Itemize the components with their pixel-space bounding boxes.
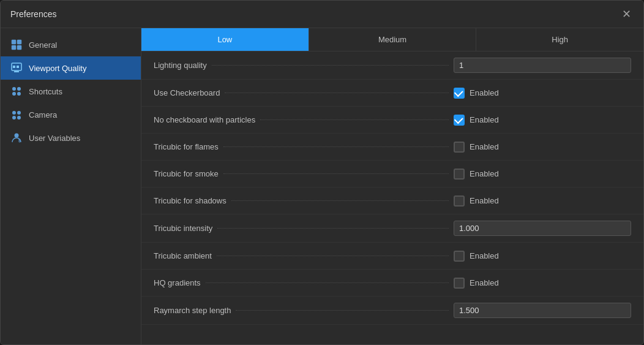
sidebar-item-label-uservars: User Variables <box>29 134 80 143</box>
setting-label-tricubic-intensity: Tricubic intensity <box>154 224 454 233</box>
tab-low[interactable]: Low <box>141 28 309 51</box>
sidebar-item-general[interactable]: General <box>1 33 141 56</box>
svg-rect-3 <box>17 45 21 50</box>
setting-label-hq-gradients: HQ gradients <box>154 278 454 287</box>
setting-row-lighting-quality: Lighting quality <box>141 51 643 80</box>
setting-row-tricubic-ambient: Tricubic ambientEnabled <box>141 243 643 270</box>
sidebar-item-shortcuts[interactable]: Shortcuts <box>1 80 141 103</box>
input-tricubic-intensity[interactable] <box>454 221 631 236</box>
svg-rect-1 <box>17 40 21 44</box>
checkbox-tricubic-flames[interactable] <box>454 142 465 153</box>
svg-rect-0 <box>12 40 16 44</box>
setting-label-tricubic-smoke: Tricubic for smoke <box>154 169 454 178</box>
svg-point-15 <box>17 116 21 119</box>
close-button[interactable]: ✕ <box>619 7 634 21</box>
setting-label-lighting-quality: Lighting quality <box>154 61 454 70</box>
sidebar-item-label-shortcuts: Shortcuts <box>29 87 62 96</box>
svg-point-12 <box>12 111 16 115</box>
svg-point-8 <box>12 87 16 91</box>
title-bar: Preferences ✕ <box>1 1 643 28</box>
setting-control-tricubic-intensity <box>454 221 631 236</box>
tab-medium[interactable]: Medium <box>309 28 477 51</box>
sidebar-item-camera[interactable]: Camera <box>1 103 141 126</box>
checkbox-tricubic-shadows[interactable] <box>454 195 465 207</box>
tabs-row: Low Medium High <box>141 28 643 51</box>
user-variables-icon: $ <box>10 132 23 144</box>
setting-control-raymarch-step-length <box>454 303 631 318</box>
setting-row-no-checkboard-particles: No checkboard with particlesEnabled <box>141 107 643 134</box>
setting-row-tricubic-flames: Tricubic for flamesEnabled <box>141 134 643 161</box>
enabled-label-tricubic-smoke: Enabled <box>470 169 499 178</box>
setting-row-tricubic-shadows: Tricubic for shadowsEnabled <box>141 188 643 214</box>
viewport-quality-icon <box>10 62 23 74</box>
svg-rect-2 <box>12 45 16 50</box>
svg-rect-7 <box>17 66 19 68</box>
svg-text:$: $ <box>18 138 21 143</box>
setting-row-tricubic-intensity: Tricubic intensity <box>141 214 643 243</box>
settings-list: Lighting qualityUse CheckerboardEnabledN… <box>141 51 643 344</box>
sidebar-item-label-viewport: Viewport Quality <box>29 64 86 73</box>
enabled-label-hq-gradients: Enabled <box>470 278 499 287</box>
tab-high[interactable]: High <box>476 28 643 51</box>
checkbox-tricubic-smoke[interactable] <box>454 169 465 180</box>
content-area: General Viewport Quality <box>1 28 643 344</box>
svg-rect-6 <box>13 66 15 68</box>
svg-rect-5 <box>14 71 19 72</box>
enabled-label-tricubic-ambient: Enabled <box>470 251 499 260</box>
svg-point-14 <box>17 111 21 115</box>
input-raymarch-step-length[interactable] <box>454 303 631 318</box>
checkbox-hq-gradients[interactable] <box>454 278 465 289</box>
sidebar: General Viewport Quality <box>1 28 141 344</box>
setting-label-no-checkboard-particles: No checkboard with particles <box>154 115 454 124</box>
setting-control-use-checkerboard: Enabled <box>454 88 631 99</box>
setting-label-use-checkerboard: Use Checkerboard <box>154 88 454 97</box>
svg-point-13 <box>12 116 16 119</box>
svg-point-9 <box>17 87 21 91</box>
sidebar-item-viewport-quality[interactable]: Viewport Quality <box>1 56 141 80</box>
svg-point-10 <box>12 92 16 96</box>
setting-row-use-checkerboard: Use CheckerboardEnabled <box>141 80 643 107</box>
enabled-label-tricubic-flames: Enabled <box>470 142 499 151</box>
checkbox-use-checkerboard[interactable] <box>454 88 465 99</box>
setting-row-tricubic-smoke: Tricubic for smokeEnabled <box>141 161 643 188</box>
setting-control-tricubic-shadows: Enabled <box>454 195 631 207</box>
general-icon <box>10 39 23 51</box>
sidebar-item-user-variables[interactable]: $ User Variables <box>1 126 141 150</box>
input-lighting-quality[interactable] <box>454 58 631 73</box>
checkbox-no-checkboard-particles[interactable] <box>454 115 465 126</box>
setting-row-hq-gradients: HQ gradientsEnabled <box>141 270 643 297</box>
setting-control-tricubic-flames: Enabled <box>454 142 631 153</box>
sidebar-item-label-camera: Camera <box>29 110 57 119</box>
svg-point-11 <box>17 92 21 96</box>
enabled-label-use-checkerboard: Enabled <box>470 88 499 97</box>
setting-label-tricubic-flames: Tricubic for flames <box>154 142 454 151</box>
setting-control-lighting-quality <box>454 58 631 73</box>
setting-label-raymarch-step-length: Raymarch step length <box>154 306 454 315</box>
main-panel: Low Medium High Lighting qualityUse Chec… <box>141 28 643 344</box>
setting-row-raymarch-step-length: Raymarch step length <box>141 297 643 325</box>
dialog-title: Preferences <box>10 9 56 19</box>
setting-control-hq-gradients: Enabled <box>454 278 631 289</box>
shortcuts-icon <box>10 85 23 97</box>
setting-control-tricubic-smoke: Enabled <box>454 169 631 180</box>
setting-control-tricubic-ambient: Enabled <box>454 251 631 262</box>
setting-label-tricubic-ambient: Tricubic ambient <box>154 251 454 260</box>
camera-icon <box>10 108 23 121</box>
setting-control-no-checkboard-particles: Enabled <box>454 115 631 126</box>
enabled-label-tricubic-shadows: Enabled <box>470 196 499 205</box>
checkbox-tricubic-ambient[interactable] <box>454 251 465 262</box>
sidebar-item-label-general: General <box>29 40 57 50</box>
preferences-dialog: Preferences ✕ General <box>0 0 644 345</box>
svg-point-16 <box>15 134 19 138</box>
enabled-label-no-checkboard-particles: Enabled <box>470 115 499 124</box>
setting-label-tricubic-shadows: Tricubic for shadows <box>154 196 454 205</box>
